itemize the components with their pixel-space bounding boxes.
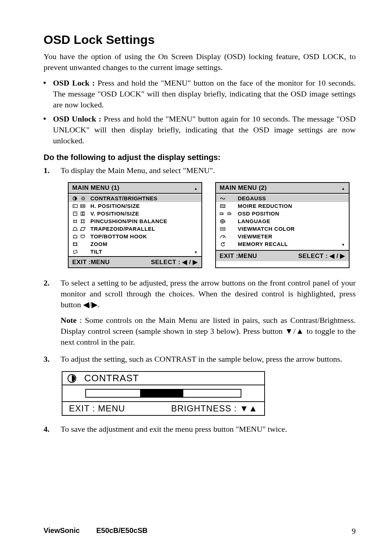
menu2-item-recall: MEMORY RECALL [216,240,349,248]
contrast-footer: EXIT : MENU BRIGHTNESS : ▼▲ [62,402,264,415]
tilt-icon [72,249,79,254]
step-1: 1. To display the Main Menu, and select … [44,165,356,176]
vsize-icon [80,211,86,216]
language-icon [220,219,226,224]
menu1-item-label: V. POSITION/SIZE [90,210,139,217]
menu1-item-tilt: TILT [69,248,201,255]
contrast-circle-icon [68,374,76,383]
steps-list-end: 4. To save the adjustment and exit the m… [44,424,356,435]
svg-rect-10 [73,205,77,208]
arrow-down-icon [342,241,345,247]
moire-icon [220,204,226,209]
menu1-item-vpos: V. POSITION/SIZE [69,210,201,217]
step-number: 1. [44,165,52,176]
step-2: 2. To select a setting to be adjusted, p… [44,278,356,347]
bottomhook-icon [80,234,86,239]
bullet-lead: OSD Unlock : [53,114,104,123]
arrow-up-icon [194,184,198,192]
svg-rect-13 [73,212,77,216]
menu1-item-contrast: CONTRAST/BRIGHTNES [69,194,201,202]
contrast-bar-fill [140,390,183,397]
bullet-osd-lock: OSD Lock : Press and hold the "MENU" but… [44,78,356,110]
svg-line-30 [223,236,224,238]
menu1-item-label: CONTRAST/BRIGHTNES [90,195,158,201]
menu1-item-pin: PINCUSHION/PIN BALANCE [69,217,201,225]
main-menu-2: MAIN MENU (2) DEGAUSS MOIRE REDUCTION OS… [215,182,350,268]
pinbalance-icon [80,219,86,224]
menu1-item-label: TRAPEZOID/PARALLEL [90,226,155,232]
menu1-exit: EXIT :MENU [72,259,110,266]
menu1-item-hpos: H. POSITION/SIZE [69,202,201,210]
brightness-icon [80,196,86,201]
bullet-dot-icon [44,82,46,84]
trapezoid-icon [72,226,79,231]
step-body: To display the Main Menu, and select "ME… [61,165,356,176]
svg-line-7 [84,199,85,200]
footer-model: E50cB/E50cSB [96,526,147,534]
osdh-icon: OSD [220,211,226,216]
bullet-text: Press and hold the "MENU" button on the … [53,78,356,109]
osdv-icon: OSD [227,211,234,216]
steps-list: 1. To display the Main Menu, and select … [44,165,356,176]
contrast-bar-row [62,385,264,402]
step-number: 2. [44,278,52,347]
menu-diagram-row: MAIN MENU (1) CONTRAST/BRIGHTNES H [62,182,356,268]
svg-text:OSD: OSD [221,213,224,215]
contrast-title-row: CONTRAST [62,372,264,385]
svg-point-1 [82,197,84,200]
menu2-item-osdpos: OSD OSD OSD POSITION [216,210,349,217]
tophook-icon [72,234,79,239]
menu2-item-degauss: DEGAUSS [216,194,349,202]
menu2-exit: EXIT :MENU [220,253,257,260]
footer-page-number: 9 [352,526,356,536]
menu1-item-label: PINCUSHION/PIN BALANCE [90,218,167,224]
svg-point-27 [221,228,222,229]
menu2-item-color: VIEWMATCH COLOR [216,225,349,233]
svg-point-29 [224,228,225,229]
step-3-text: To adjust the setting, such as CONTRAST … [61,354,356,365]
steps-list-cont: 2. To select a setting to be adjusted, p… [44,278,356,365]
menu2-item-lang: LANGUAGE [216,217,349,225]
vpos-icon [72,211,79,216]
menu1-body: CONTRAST/BRIGHTNES H. POSITION/SIZE V. P… [69,194,201,256]
hpos-icon [72,204,79,209]
menu2-item-label: MEMORY RECALL [238,241,288,247]
menu2-item-meter: VIEWMETER [216,233,349,240]
menu2-item-label: LANGUAGE [238,218,270,224]
bullet-osd-unlock: OSD Unlock : Press and hold the "MENU" b… [44,114,356,146]
zoom-icon [72,242,79,247]
step-number: 3. [44,354,52,365]
bullet-list: OSD Lock : Press and hold the "MENU" but… [44,78,356,146]
menu1-select: SELECT : ◀ / ▶ [151,258,198,266]
menu1-item-label: TOP/BOTTOM HOOK [90,233,147,239]
contrast-brightness: BRIGHTNESS : ▼▲ [171,403,258,414]
step-4-text: To save the adjustment and exit the menu… [61,424,356,435]
menu1-item-zoom: ZOOM [69,240,201,248]
page-footer: ViewSonic E50cB/E50cSB 9 [44,526,356,536]
arrow-up-icon [342,184,345,192]
color-icon [220,226,226,231]
menu2-item-label: MOIRE REDUCTION [238,203,292,209]
pincushion-icon [72,219,79,224]
menu2-select: SELECT : ◀ / ▶ [298,252,345,260]
menu2-item-label: OSD POSITION [238,210,279,217]
menu1-footer: EXIT :MENU SELECT : ◀ / ▶ [69,256,201,267]
menu2-item-label: DEGAUSS [238,195,266,201]
step-4: 4. To save the adjustment and exit the m… [44,424,356,435]
step-number: 4. [44,424,52,435]
contrast-title-text: CONTRAST [84,373,139,384]
menu1-title-bar: MAIN MENU (1) [69,183,201,194]
step-2-text: To select a setting to be adjusted, pres… [61,278,356,310]
menu1-item-label: TILT [90,249,102,255]
menu1-item-label: H. POSITION/SIZE [90,203,140,209]
menu1-item-hook: TOP/BOTTOM HOOK [69,233,201,240]
footer-brand: ViewSonic [44,526,80,534]
menu2-footer: EXIT :MENU SELECT : ◀ / ▶ [216,250,349,261]
menu2-item-label: VIEWMETER [238,233,272,239]
degauss-icon [220,196,226,201]
bullet-lead: OSD Lock : [53,78,98,87]
menu1-item-label: ZOOM [90,241,107,247]
note-text: : Some controls on the Main Menu are lis… [61,316,356,346]
hsize-icon [80,204,86,209]
menu1-item-trap: TRAPEZOID/PARALLEL [69,225,201,233]
